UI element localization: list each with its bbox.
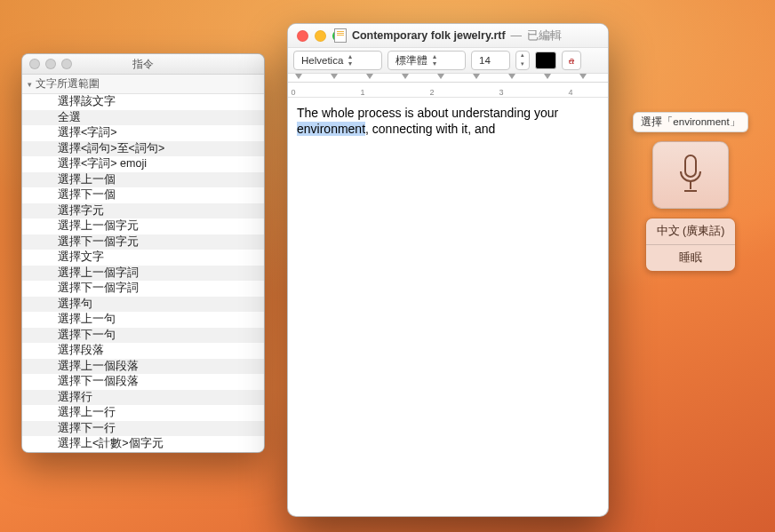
dictation-sleep-button[interactable]: 睡眠 <box>646 244 735 271</box>
font-size-stepper[interactable]: ▴ ▾ <box>515 51 530 70</box>
textedit-titlebar[interactable]: Contemporary folk jewelry.rtf — 已編輯 <box>288 24 608 48</box>
stepper-down-icon[interactable]: ▾ <box>516 60 529 69</box>
body-text: , connecting with it, and <box>365 122 495 136</box>
close-icon[interactable] <box>297 30 308 42</box>
zoom-icon[interactable] <box>61 59 72 69</box>
command-item[interactable]: 選擇句 <box>22 297 264 313</box>
dictation-microphone[interactable] <box>652 141 729 209</box>
font-size-value: 14 <box>479 55 491 66</box>
minimize-icon[interactable] <box>45 59 56 69</box>
command-item[interactable]: 選擇上一個字詞 <box>22 266 264 282</box>
command-item[interactable]: 選擇<字詞> <box>22 125 264 141</box>
updown-icon: ▴▾ <box>348 53 352 67</box>
command-item[interactable]: 選擇下一個字元 <box>22 234 264 250</box>
font-style-select[interactable]: 標準體 ▴▾ <box>388 51 466 70</box>
command-item[interactable]: 選擇上一個 <box>22 172 264 188</box>
dictation-language-button[interactable]: 中文 (廣東話) <box>646 218 735 244</box>
ruler-number: 1 <box>360 88 364 97</box>
tab-stop-icon[interactable] <box>508 74 515 79</box>
ruler[interactable]: 01234 <box>288 74 608 98</box>
commands-section-header[interactable]: ▾ 文字所選範圍 <box>22 75 264 94</box>
tab-stop-icon[interactable] <box>579 74 587 79</box>
command-item[interactable]: 選擇該文字 <box>22 94 264 110</box>
command-item[interactable]: 選擇上一句 <box>22 312 264 328</box>
spelling-button[interactable]: a <box>562 51 581 70</box>
svg-rect-0 <box>685 155 696 177</box>
microphone-icon <box>675 154 706 196</box>
document-body[interactable]: The whole process is about understanding… <box>288 98 608 516</box>
tab-stop-icon[interactable] <box>366 74 373 79</box>
updown-icon: ▴▾ <box>433 53 436 67</box>
document-status: 已編輯 <box>527 28 562 44</box>
dictation-panel: 選擇「environment」 中文 (廣東話) 睡眠 <box>638 112 743 272</box>
ruler-number: 0 <box>291 88 295 97</box>
command-item[interactable]: 選擇字元 <box>22 203 264 219</box>
tab-stop-icon[interactable] <box>473 74 480 79</box>
command-item[interactable]: 選擇下一個字詞 <box>22 281 264 297</box>
body-text: The whole process is about understanding… <box>297 106 558 120</box>
font-size-field[interactable]: 14 <box>471 51 510 70</box>
selected-text: environment <box>297 122 365 136</box>
tab-stop-icon[interactable] <box>544 74 551 79</box>
stepper-up-icon[interactable]: ▴ <box>516 52 529 60</box>
zoom-icon[interactable] <box>332 30 344 42</box>
font-family-select[interactable]: Helvetica ▴▾ <box>293 51 382 70</box>
command-item[interactable]: 選擇<字詞> emoji <box>22 156 264 172</box>
command-item[interactable]: 選擇<詞句>至<詞句> <box>22 141 264 157</box>
command-item[interactable]: 選擇下一個 <box>22 187 264 203</box>
minimize-icon[interactable] <box>315 30 326 42</box>
commands-window: 指令 ▾ 文字所選範圍 選擇該文字全選選擇<字詞>選擇<詞句>至<詞句>選擇<字… <box>21 53 265 453</box>
command-item[interactable]: 選擇下一句 <box>22 328 264 344</box>
command-item[interactable]: 選擇下<計數>個字元 <box>22 452 264 453</box>
commands-window-titlebar[interactable]: 指令 <box>22 54 264 75</box>
font-style-value: 標準體 <box>395 54 427 67</box>
commands-list[interactable]: 選擇該文字全選選擇<字詞>選擇<詞句>至<詞句>選擇<字詞> emoji選擇上一… <box>22 94 264 452</box>
command-item[interactable]: 選擇上一個段落 <box>22 359 264 375</box>
font-family-value: Helvetica <box>301 55 343 66</box>
close-icon[interactable] <box>29 59 40 69</box>
command-item[interactable]: 選擇下一個段落 <box>22 374 264 390</box>
command-item[interactable]: 選擇上一個字元 <box>22 218 264 234</box>
command-item[interactable]: 全選 <box>22 110 264 126</box>
command-item[interactable]: 選擇行 <box>22 390 264 406</box>
text-color-swatch[interactable] <box>535 52 556 69</box>
command-item[interactable]: 選擇段落 <box>22 343 264 359</box>
ruler-number: 3 <box>499 88 503 97</box>
ruler-number: 4 <box>568 88 572 97</box>
command-item[interactable]: 選擇文字 <box>22 250 264 266</box>
tab-stop-icon[interactable] <box>437 74 444 79</box>
ruler-number: 2 <box>429 88 434 97</box>
dictation-last-command: 選擇「environment」 <box>633 112 747 132</box>
tab-stop-icon[interactable] <box>295 74 302 79</box>
tab-stop-icon[interactable] <box>402 74 409 79</box>
chevron-down-icon: ▾ <box>28 80 32 89</box>
title-separator: — <box>511 29 523 42</box>
command-item[interactable]: 選擇下一行 <box>22 421 264 437</box>
document-title: Contemporary folk jewelry.rtf <box>352 29 506 42</box>
command-item[interactable]: 選擇上一行 <box>22 405 264 421</box>
commands-section-label: 文字所選範圍 <box>36 76 100 91</box>
textedit-window: Contemporary folk jewelry.rtf — 已編輯 Helv… <box>287 23 609 517</box>
format-toolbar: Helvetica ▴▾ 標準體 ▴▾ 14 ▴ ▾ a <box>288 48 608 74</box>
command-item[interactable]: 選擇上<計數>個字元 <box>22 436 264 452</box>
tab-stop-icon[interactable] <box>331 74 338 79</box>
